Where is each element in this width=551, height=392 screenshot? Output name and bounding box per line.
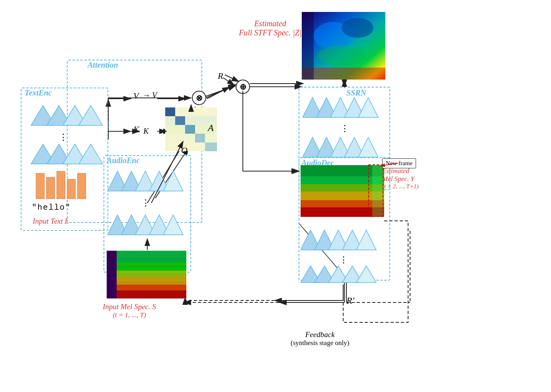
var-V-label: V bbox=[133, 91, 139, 101]
svg-marker-53 bbox=[163, 171, 183, 191]
svg-marker-35 bbox=[79, 105, 103, 125]
svg-marker-81 bbox=[358, 137, 378, 157]
svg-rect-48 bbox=[165, 134, 217, 142]
svg-rect-31 bbox=[302, 12, 314, 80]
stft-spectrogram bbox=[302, 12, 385, 80]
var-R-label: R bbox=[218, 71, 223, 81]
svg-rect-65 bbox=[117, 285, 186, 291]
estimated-stft-label2: Full STFT Spec. |Z| bbox=[239, 28, 301, 37]
svg-rect-30 bbox=[302, 68, 385, 80]
estimated-mel-label: Estimated Mel Spec. Y (t = 2, ..., T+1) bbox=[382, 167, 419, 190]
input-mel-label: Input Mel Spec. S (t = 1, ..., T) bbox=[103, 302, 156, 319]
audioenc-dots: ⋮ bbox=[141, 198, 150, 208]
svg-point-28 bbox=[342, 18, 373, 38]
svg-marker-101 bbox=[356, 266, 376, 283]
estimated-stft-container: Estimated Full STFT Spec. |Z| bbox=[239, 19, 301, 37]
label-K: → K bbox=[133, 127, 148, 136]
audiodec-triangles-bottom bbox=[301, 263, 384, 285]
svg-point-29 bbox=[318, 46, 365, 66]
input-mel-spectrogram bbox=[107, 251, 186, 300]
svg-marker-76 bbox=[358, 98, 378, 117]
var-R-prime-label: R' bbox=[346, 295, 354, 306]
plus-symbol: ⊕ bbox=[236, 80, 250, 94]
audioenc-label: AudioEnc bbox=[107, 156, 140, 165]
textenc-triangles-top bbox=[27, 101, 103, 127]
svg-line-91 bbox=[380, 163, 398, 166]
textenc-label: TextEnc bbox=[25, 88, 52, 98]
svg-line-9 bbox=[207, 87, 230, 99]
svg-rect-45 bbox=[205, 142, 217, 151]
multiply-symbol: ⊗ bbox=[192, 91, 206, 105]
svg-rect-63 bbox=[117, 271, 186, 277]
ssrn-dots: ⋮ bbox=[340, 123, 349, 134]
label-V: → V bbox=[142, 91, 157, 100]
ssrn-triangles-top bbox=[303, 94, 386, 119]
svg-rect-61 bbox=[117, 251, 186, 263]
hello-text: "hello" bbox=[32, 203, 71, 212]
var-Q-label: Q bbox=[181, 145, 188, 156]
var-A-label: A bbox=[208, 123, 214, 133]
attention-label: Attention bbox=[88, 60, 118, 70]
svg-line-10 bbox=[223, 78, 235, 86]
audioenc-triangles-top bbox=[107, 167, 187, 193]
audiodec-triangles-top bbox=[301, 226, 384, 252]
svg-rect-66 bbox=[117, 291, 186, 298]
audioenc-triangles-bottom bbox=[107, 211, 187, 237]
ssrn-triangles-bottom bbox=[303, 133, 386, 159]
svg-rect-60 bbox=[107, 251, 117, 298]
svg-rect-64 bbox=[117, 277, 186, 285]
svg-rect-41 bbox=[165, 107, 175, 116]
input-text-label: Input Text L bbox=[33, 217, 69, 226]
feedback-label: Feedback (synthesis stage only) bbox=[291, 330, 349, 347]
svg-marker-39 bbox=[79, 144, 103, 164]
svg-marker-58 bbox=[163, 215, 183, 235]
svg-marker-96 bbox=[356, 230, 376, 250]
textenc-triangles-bottom bbox=[27, 140, 103, 166]
estimated-stft-label1: Estimated bbox=[239, 19, 301, 28]
orange-bars bbox=[36, 171, 86, 199]
diagram-container: TextEnc Attention AudioEnc SSRN AudioDec… bbox=[0, 0, 551, 392]
